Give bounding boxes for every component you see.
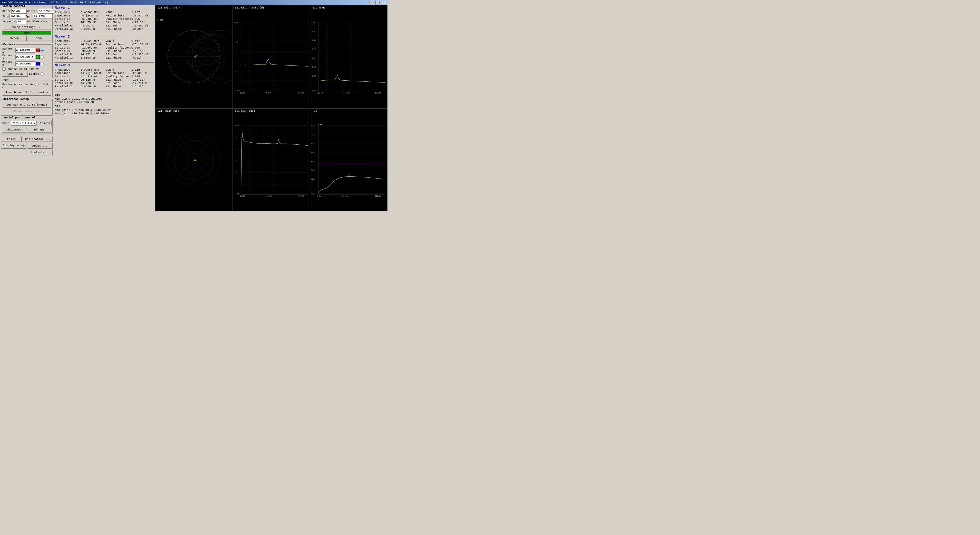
svg-text:-25: -25 [235,61,238,62]
about-button[interactable]: About ... [27,143,53,149]
stop-button[interactable]: Stop [27,35,52,41]
marker1-right: VSWR: 1.137 Return loss: -23.879 dB Qual… [106,11,154,30]
m2-freq-label: Frequency: [55,40,81,43]
marker3-radio[interactable] [41,62,44,65]
m2-rl-val: -25.158 dB [131,43,154,46]
m3-s21g-val: -17.761 dB [131,81,154,85]
close-button[interactable]: × [382,1,386,4]
segments-input[interactable] [17,19,26,24]
m1-s21p-val: -35.05° [131,27,154,30]
estimated-cable-length: Estimated cable length: 0.0 m [2,83,51,89]
sweep-settings-button[interactable]: Sweep settings ... [2,24,51,30]
m2-pr-label: Parallel R: [55,53,81,56]
svg-text:51.3: 51.3 [311,169,315,171]
tdr-svg: 59.6 58.0 56.3 54.6 52.9 51.3 49.6 47.9 … [310,109,387,211]
m2-qf-val: 0.005 [131,46,154,50]
m1-pr-val: 43.992 Ω [81,24,103,27]
marker2-data-section: Marker 2 Frequency: 2.52525 MHz Impedanc… [55,35,154,59]
marker3-data-title: Marker 3 [55,64,154,67]
span-input[interactable] [33,14,52,19]
svg-text:-20: -20 [235,137,238,139]
return-loss-chart: S11 Return Loss (dB) -5.542 [233,5,310,109]
vswr-svg: 1.47 1.4 1.38 1.27 1.2 1.14 1.07 1.01 12… [310,5,387,108]
sweep-button[interactable]: Sweep [2,35,27,41]
m2-pr-val: 44.772 Ω [81,53,103,56]
marker3-color-box [36,62,40,65]
svg-text:54.6: 54.6 [311,152,315,153]
svg-text:-5.542: -5.542 [233,22,239,24]
m3-sl-val: -11.317 nH [81,75,103,78]
s21-max-gain-label: Max gain: [55,112,70,115]
marker2-left: Frequency: 2.52525 MHz Impedance: 44.8-j… [55,40,103,59]
start-input[interactable] [11,9,27,14]
tdr-button[interactable]: Time Domain Reflectometry ... [2,90,51,96]
m1-px-label: Parallel X: [55,27,81,30]
svg-text:10.54M: 10.54M [265,92,271,94]
markers-title: Markers [3,43,16,46]
title-text: NanoVNA Saver 0.3.10 (Sweep: 2023-11-12 … [2,1,108,4]
center-input[interactable] [38,9,54,14]
disconnect-button[interactable]: Disconnect [2,127,26,133]
m1-freq-label: Frequency: [55,11,81,14]
maximize-button[interactable]: □ [375,1,380,4]
markers-group: Markers Marker 1 Marker 2 Marker 3 [1,45,52,78]
reference-sweep-title: Reference sweep [3,97,29,101]
polar-svg [156,109,232,211]
divider3 [55,91,154,91]
start-row: Start Center [2,9,51,14]
m1-imp-val: 44-j241m Ω [81,14,103,17]
return-loss-svg: -5.542 -10 -15 -20 -25 -30 -32.542 1.000… [233,5,310,108]
m3-qf-val: 0.005 [131,75,154,78]
marker2-input[interactable] [15,55,35,59]
tdr-title: TDR [3,78,9,81]
svg-text:-5.542: -5.542 [156,19,163,21]
delta-marker-checkbox[interactable] [2,67,6,70]
set-reference-button[interactable]: Set current as reference [2,102,51,108]
m2-freq-val: 2.52525 MHz [81,40,103,43]
serial-port-group: Serial port control Port COM3 (S-A-A-2) … [1,118,52,134]
m1-sl-val: -5.9182 nH [81,18,103,21]
m3-s11p-val: -175.93° [131,78,154,81]
reset-reference-button[interactable]: Reset reference [2,109,51,114]
m1-px-val: 3.0581 pF [81,27,103,30]
m1-s21g-label: S21 Gain: [106,24,131,27]
svg-text:-32.542: -32.542 [233,90,240,92]
m2-s11p-label: S11 Phase: [106,50,131,53]
m1-rl-val: -23.879 dB [131,14,154,17]
calibration-button[interactable]: Calibration ... [23,136,52,142]
m1-s21p-label: S21 Phase: [106,27,131,30]
minimize-button[interactable]: − [369,1,373,4]
marker3-input[interactable] [15,61,35,66]
m2-s21g-val: -17.325 dB [131,53,154,56]
svg-text:1.2: 1.2 [312,57,315,59]
s21-gain-svg: -16.011 -20 -25 -30 -35 -37.864 1.000 12… [233,109,310,211]
marker1-radio[interactable] [41,49,44,52]
m2-s11p-val: -177.49° [131,50,154,53]
segments-row: Segments 49.50kHz/step [2,19,51,24]
m3-s21p-label: S21 Phase: [106,85,131,88]
port-select[interactable]: COM3 (S-A-A-2) [11,121,37,126]
files-button[interactable]: Files [1,136,22,142]
analysis-button[interactable]: Analysis ... [29,150,52,155]
svg-text:1.38: 1.38 [312,40,316,42]
show-data-button[interactable]: Show data [2,71,28,77]
manage-button[interactable]: Manage [27,127,52,133]
s11-min-vswr: Min VSWR: 1.113 @ 1.23812MHz [55,97,154,101]
sweep-control-title: Sweep control [3,5,26,8]
m1-s11p-val: -177.55° [131,21,154,24]
svg-text:56.3: 56.3 [311,143,315,145]
rescan-button[interactable]: Rescan [38,120,52,126]
stop-input[interactable] [10,14,25,19]
svg-text:122.4k: 122.4k [317,92,323,94]
marker1-input[interactable] [15,48,35,53]
m3-qf-label: Quality factor: [106,75,131,78]
svg-text:1.27: 1.27 [312,48,316,50]
svg-text:47.9: 47.9 [311,193,315,195]
display-setup-button[interactable]: Display setup ... [1,143,26,149]
s21-min-gain-val: -31.436 dB @ 6.48565MHz [72,109,111,112]
locked-radio[interactable] [40,72,44,76]
svg-text:-25: -25 [235,149,238,150]
marker2-radio[interactable] [41,56,44,59]
m1-rl-label: Return loss: [106,14,131,17]
svg-point-117 [253,142,253,143]
